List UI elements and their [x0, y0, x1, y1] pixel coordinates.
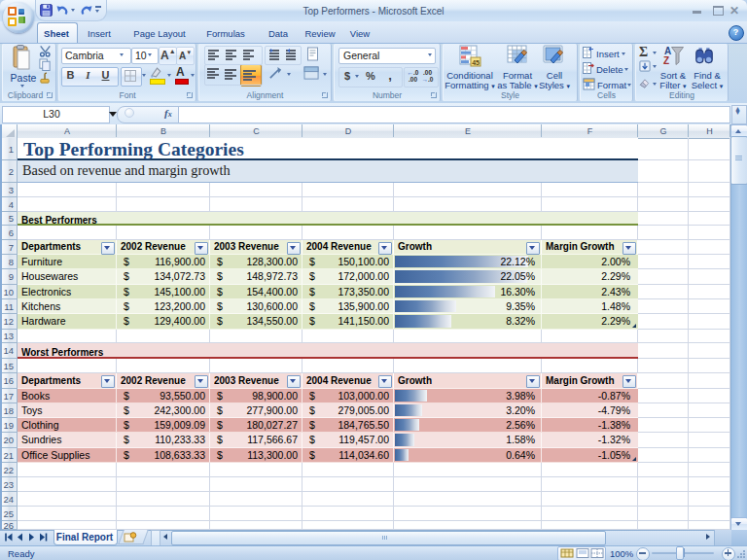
svg-text:45: 45 — [472, 59, 480, 66]
